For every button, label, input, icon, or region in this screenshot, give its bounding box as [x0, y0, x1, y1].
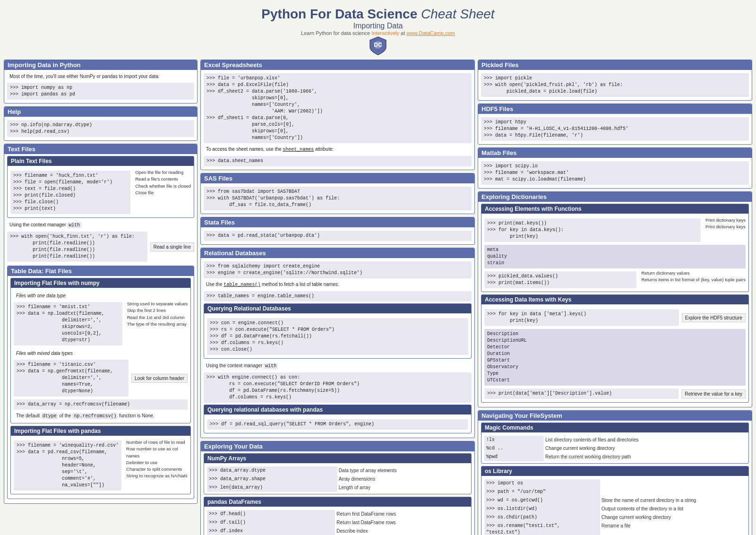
importing-intro: Most of the time, you'll use either NumP… — [7, 72, 194, 81]
table-row: >>> os.chdir(path) Change current workin… — [484, 513, 746, 522]
pandas-query-title: Querying relational databases with panda… — [204, 405, 471, 414]
table-row: >>> df.head() Return first DataFrame row… — [207, 510, 468, 518]
table-row: >>> path = "/usr/tmp" — [484, 488, 746, 496]
pickled-title: Pickled Files — [478, 60, 752, 70]
pandas-flat-row: >>> filename = 'winequality-red.csv' >>>… — [14, 439, 188, 492]
table-row: >>> os.rename("test1.txt", "test2.txt") … — [484, 522, 746, 535]
pickled-section: Pickled Files >>> import pickle >>> with… — [478, 60, 752, 101]
accessing-keys-code: >>> for key in data ['meta'].keys() prin… — [484, 309, 679, 326]
mixed-dtype-code: >>> filename = 'titanic.csv' >>> data = … — [14, 360, 129, 397]
plain-text-annotations: Open the file for reading Read a file's … — [135, 169, 191, 196]
matlab-title: Matlab Files — [478, 148, 752, 158]
filesystem-section: Navigating Your FileSystem Magic Command… — [478, 410, 752, 535]
magic-title: Magic Commands — [481, 423, 748, 432]
sas-title: SAS Files — [201, 173, 474, 183]
one-dtype-row: >>> filename = 'mnist.txt' >>> data = np… — [14, 301, 188, 347]
os-library-section: os Library >>> import os >>> path = "/us… — [481, 466, 749, 535]
pandas-query-section: Querying relational databases with panda… — [204, 405, 472, 433]
numpy-arrays-title: NumPy Arrays — [204, 454, 471, 463]
excel-code2: >>> data.sheet_names — [204, 156, 472, 166]
mixed-dtype-row: >>> filename = 'titanic.csv' >>> data = … — [14, 358, 188, 398]
importing-data-title: Importing Data in Python — [4, 60, 197, 70]
magic-section: Magic Commands !ls List directory conten… — [481, 423, 749, 464]
excel-code1: >>> file = 'urbanpop.xlsx' >>> data = pd… — [204, 73, 472, 143]
with-keyword2: with — [264, 363, 278, 369]
accessing-functions-annot: Print dictionary keys Print dictionary k… — [705, 217, 746, 231]
table-row: >>> data_array.dtype Data type of array … — [207, 466, 468, 475]
pandas-flat-title: Importing Flat Files with pandas — [11, 426, 190, 436]
relational-title: Relational Databases — [201, 248, 474, 258]
context-manager-code: >>> with open('huck_finn.txt', 'r') as f… — [7, 232, 147, 262]
querying-title: Querying Relational Databases — [204, 304, 471, 313]
exploring-section: Exploring Your Data NumPy Arrays >>> dat… — [200, 441, 475, 535]
pandas-df-title: pandas DataFrames — [204, 497, 471, 507]
svg-text:DC: DC — [374, 42, 382, 48]
importing-code: >>> import numpy as np >>> import pandas… — [7, 83, 194, 100]
accessing-keys-row: >>> for key in data ['meta'].keys() prin… — [484, 308, 746, 328]
context2-code: >>> with engine.connect() as con: rs = c… — [204, 372, 472, 403]
matlab-section: Matlab Files >>> import scipy.io >>> fil… — [478, 147, 752, 189]
querying-section: Querying Relational Databases >>> con = … — [204, 303, 472, 359]
header: Python For Data Science Cheat Sheet Impo… — [4, 4, 752, 57]
learn-text: Learn Python for data science Interactiv… — [4, 30, 752, 36]
hdf5-section: HDF5 Files >>> import h5py >>> filename … — [478, 104, 752, 145]
exploring-dicts-title: Exploring Dictionaries — [478, 192, 752, 202]
stata-code: >>> data = pd.read_stata('urbanpop.dta') — [204, 231, 472, 241]
magic-table: !ls List directory contents of files and… — [484, 436, 746, 461]
plain-text-code: >>> filename = 'huck_finn.txt' >>> file … — [10, 171, 130, 214]
table-data-title: Table Data: Flat Files — [8, 266, 194, 276]
hdf5-keys-list: Description DescriptionURL Detector Dura… — [484, 329, 746, 386]
one-dtype-annotations: String used to separate values Skip the … — [127, 301, 188, 328]
relational-code2: >>> table_names = engine.table_names() — [204, 291, 472, 302]
pandas-df-section: pandas DataFrames >>> df.head() Return f… — [204, 497, 472, 535]
pickled-code: >>> import pickle >>> with open('pickled… — [481, 73, 749, 97]
stata-section: Stata Files >>> data = pd.read_stata('ur… — [200, 217, 475, 245]
table-row: %pwd Return the current working director… — [484, 453, 746, 461]
shield-icon: DC — [369, 36, 387, 56]
with-keyword: with — [67, 222, 81, 228]
hdf5-title: HDF5 Files — [478, 104, 752, 114]
default-note: The default dtype of the np.recfromcsv()… — [14, 411, 188, 421]
plain-text-row: >>> filename = 'huck_finn.txt' >>> file … — [10, 169, 191, 216]
numpy-arrays-section: NumPy Arrays >>> data_array.dtype Data t… — [204, 453, 472, 494]
accessing-functions-row: >>> print(mat.keys()) >>> for key in dat… — [484, 217, 746, 243]
matlab-code: >>> import scipy.io >>> filename = 'work… — [481, 161, 749, 185]
context-manager2-intro: Using the context manager with — [204, 361, 472, 371]
context-manager-intro: Using the context manager with — [7, 220, 194, 230]
text-files-title: Text Files — [4, 144, 197, 154]
numpy-title: Importing Flat Files with numpy — [11, 278, 190, 288]
excel-section: Excel Spreadsheets >>> file = 'urbanpop.… — [200, 60, 475, 170]
os-library-title: os Library — [481, 466, 748, 476]
excel-title: Excel Spreadsheets — [201, 60, 474, 70]
website-link[interactable]: www.DataCamp.com — [406, 30, 455, 36]
help-section: Help >>> np.info(np.ndarray.dtype) >>> h… — [4, 106, 198, 141]
mixed-dtype-label: Files with mixed data types — [14, 349, 188, 358]
retrieve-value-code: >>> print(data['meta']['Description'].va… — [484, 388, 679, 399]
dict-values-row: >>> pickled_data.values() >>> print(mat.… — [484, 270, 746, 290]
context-manager-row: >>> with open('huck_finn.txt', 'r') as f… — [7, 230, 194, 263]
accessing-keys-title: Accessing Data Items with Keys — [481, 295, 748, 304]
table-row: >>> import os — [484, 479, 746, 488]
retrieve-value-note: Retrieve the value for a key — [681, 389, 746, 398]
relational-code1: >>> from sqlalchemy import create_engine… — [204, 261, 472, 278]
exploring-title: Exploring Your Data — [201, 441, 474, 451]
column-3: Pickled Files >>> import pickle >>> with… — [478, 60, 752, 535]
one-dtype-code: >>> filename = 'mnist.txt' >>> data = np… — [14, 302, 122, 345]
pandas-flat-section: Importing Flat Files with pandas >>> fil… — [10, 426, 191, 494]
title-italic: Cheat Sheet — [421, 7, 495, 21]
sas-code: >>> from sas7bdat import SAS7BDAT >>> wi… — [204, 187, 472, 210]
one-dtype-label: Files with one data type — [14, 291, 188, 301]
table-row: !ls List directory contents of files and… — [484, 436, 746, 444]
accessing-keys-note: Explore the HDF5 structure — [682, 313, 746, 322]
text-files-section: Text Files Plain Text Files >>> filename… — [4, 144, 198, 504]
context-manager-note: Read a single line — [150, 242, 195, 251]
subtitle: Importing Data — [4, 22, 752, 30]
relational-section: Relational Databases >>> from sqlalchemy… — [200, 248, 475, 438]
table-row: %cd .. Change current working directory — [484, 444, 746, 453]
column-2: Excel Spreadsheets >>> file = 'urbanpop.… — [200, 60, 475, 535]
help-title: Help — [4, 107, 197, 117]
os-table: >>> import os >>> path = "/usr/tmp" >>> … — [484, 479, 746, 535]
pandas-flat-annotations: Number of rows of file to read Row numbe… — [126, 439, 188, 480]
keys-list: meta quality strain — [484, 245, 746, 268]
table-row: >>> data_array.shape Array dimensions — [207, 475, 468, 483]
